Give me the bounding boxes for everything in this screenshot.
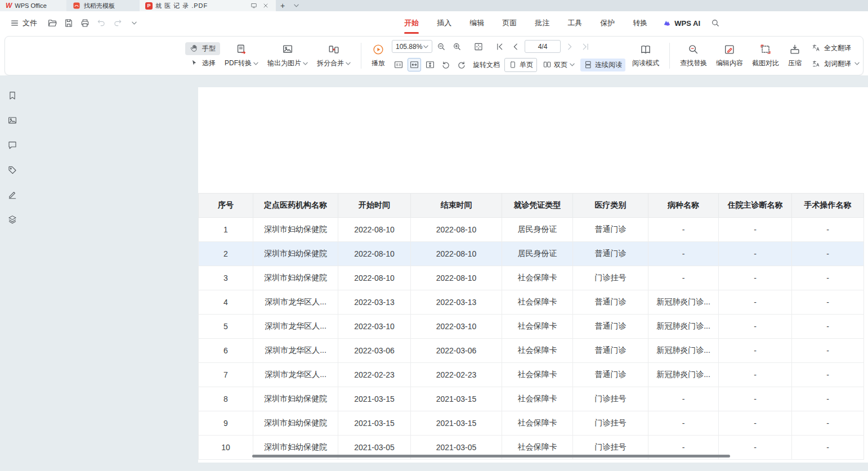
table-cell: -: [719, 242, 792, 266]
pointer-tools-group: 手型 选择: [185, 42, 220, 70]
table-cell: 10: [199, 436, 253, 460]
word-translate-button[interactable]: 划词翻译: [807, 57, 863, 70]
monitor-icon[interactable]: [249, 1, 258, 10]
table-cell: 社会保障卡: [502, 290, 573, 315]
undo-button[interactable]: [94, 16, 109, 30]
screenshot-compare-label: 截图对比: [752, 59, 779, 68]
redo-button[interactable]: [110, 16, 125, 30]
tab-wps-office[interactable]: W WPS Office: [0, 0, 66, 11]
menu-tab-edit[interactable]: 编辑: [460, 11, 493, 35]
menu-tab-convert[interactable]: 转换: [624, 11, 656, 35]
screenshot-compare-button[interactable]: 截图对比: [748, 43, 784, 68]
table-cell: -: [792, 315, 864, 339]
hand-tool-button[interactable]: 手型: [185, 42, 220, 55]
page-number-input[interactable]: 4/4: [525, 40, 561, 53]
table-row: 4深圳市龙华区人...2022-03-132022-03-13社会保障卡普通门诊…: [199, 290, 864, 315]
table-row: 9深圳市妇幼保健院2021-03-152021-03-15社会保障卡门诊挂号--…: [199, 411, 864, 436]
fit-width-button[interactable]: [408, 58, 421, 71]
menu-tab-protect[interactable]: 保护: [591, 11, 624, 35]
table-cell: -: [792, 218, 864, 242]
menu-tab-annotate[interactable]: 批注: [526, 11, 558, 35]
records-table: 序号定点医药机构名称开始时间结束时间就诊凭证类型医疗类别病种名称住院主诊断名称手…: [198, 193, 864, 460]
table-cell: 深圳市龙华区人...: [253, 315, 338, 339]
tags-panel-button[interactable]: [6, 163, 19, 177]
read-mode-button[interactable]: 阅读模式: [628, 43, 664, 68]
fit-window-button[interactable]: [472, 40, 485, 53]
table-row: 1深圳市妇幼保健院2022-08-102022-08-10居民身份证普通门诊--…: [199, 218, 864, 242]
next-page-button[interactable]: [563, 40, 576, 53]
file-menu-button[interactable]: 文件: [5, 11, 43, 35]
table-cell: 5: [199, 315, 253, 339]
pdf-convert-button[interactable]: PDF转换: [220, 43, 263, 68]
bookmarks-panel-button[interactable]: [6, 89, 19, 102]
compress-icon: [789, 43, 801, 56]
signature-icon: [7, 190, 17, 200]
open-file-button[interactable]: [45, 16, 60, 30]
zoom-in-button[interactable]: [450, 40, 464, 53]
table-cell: -: [648, 242, 719, 266]
tab-list-dropdown[interactable]: [289, 0, 303, 11]
read-mode-icon: [639, 43, 652, 56]
pdf-convert-icon: [235, 43, 248, 56]
save-button[interactable]: [61, 16, 76, 30]
file-menu-label: 文件: [23, 18, 37, 28]
table-cell: -: [792, 290, 864, 315]
tab-docer-templates[interactable]: 找稻壳模板: [66, 0, 140, 11]
search-icon: [710, 18, 721, 28]
menu-tab-home[interactable]: 开始: [395, 11, 428, 35]
select-tool-button[interactable]: 选择: [185, 57, 220, 70]
screenshot-compare-icon: [759, 43, 772, 56]
menu-tab-tools[interactable]: 工具: [558, 11, 591, 35]
table-cell: -: [719, 387, 792, 411]
compress-button[interactable]: 压缩: [784, 43, 806, 68]
print-button[interactable]: [78, 16, 92, 30]
new-tab-button[interactable]: +: [276, 0, 289, 11]
table-cell: -: [719, 411, 792, 436]
tab-document[interactable]: P 就 医 记 录 .PDF: [140, 0, 276, 11]
close-tab-icon[interactable]: [261, 1, 270, 10]
rotate-doc-label[interactable]: 旋转文档: [473, 60, 500, 70]
edit-content-button[interactable]: 编辑内容: [712, 43, 748, 68]
wps-ai-button[interactable]: WPS AI: [656, 11, 707, 35]
ribbon-toolbar: 手型 选择 PDF转换 输出为图片 拆分合并: [5, 36, 863, 75]
actual-size-button[interactable]: [392, 58, 405, 71]
full-translate-button[interactable]: 全文翻译: [807, 42, 863, 55]
table-cell: 2021-03-15: [338, 411, 411, 436]
first-page-button[interactable]: [493, 40, 507, 53]
wps-pdf-window: W WPS Office 找稻壳模板 P 就 医 记 录 .PDF +: [0, 0, 868, 471]
column-header: 住院主诊断名称: [719, 194, 792, 218]
single-page-icon: [508, 60, 517, 69]
column-header: 手术操作名称: [792, 194, 864, 218]
comments-panel-button[interactable]: [6, 138, 19, 152]
undo-history-dropdown[interactable]: [127, 16, 141, 30]
continuous-reading-icon: [584, 60, 593, 69]
translate-group: 全文翻译 划词翻译: [807, 42, 863, 70]
read-mode-label: 阅读模式: [632, 59, 659, 68]
find-replace-button[interactable]: 查找替换: [675, 43, 712, 68]
prev-page-button[interactable]: [509, 40, 522, 53]
menu-tab-page[interactable]: 页面: [493, 11, 526, 35]
zoom-level-select[interactable]: 105.88%: [392, 40, 432, 53]
zoom-out-button[interactable]: [435, 40, 448, 53]
double-page-button[interactable]: 双页: [539, 59, 578, 71]
continuous-reading-button[interactable]: 连续阅读: [580, 59, 625, 71]
play-button[interactable]: 播放: [367, 43, 390, 68]
last-page-button[interactable]: [579, 40, 592, 53]
horizontal-scrollbar[interactable]: [252, 455, 730, 457]
menu-tab-insert[interactable]: 插入: [428, 11, 460, 35]
rotate-right-button[interactable]: [455, 58, 468, 71]
single-page-button[interactable]: 单页: [504, 58, 537, 72]
signature-panel-button[interactable]: [6, 188, 19, 201]
rotate-left-button[interactable]: [439, 58, 453, 71]
layers-panel-button[interactable]: [6, 213, 19, 226]
thumbnails-panel-button[interactable]: [6, 114, 19, 127]
menubar-search-button[interactable]: [707, 11, 724, 35]
table-cell: 2022-08-10: [338, 266, 411, 290]
table-cell: -: [792, 339, 864, 363]
split-merge-button[interactable]: 拆分合并: [312, 43, 355, 68]
wps-logo-icon: W: [6, 2, 12, 10]
fit-height-button[interactable]: [423, 58, 437, 71]
zoom-in-icon: [452, 42, 462, 52]
export-image-button[interactable]: 输出为图片: [263, 43, 312, 68]
undo-icon: [96, 18, 106, 28]
